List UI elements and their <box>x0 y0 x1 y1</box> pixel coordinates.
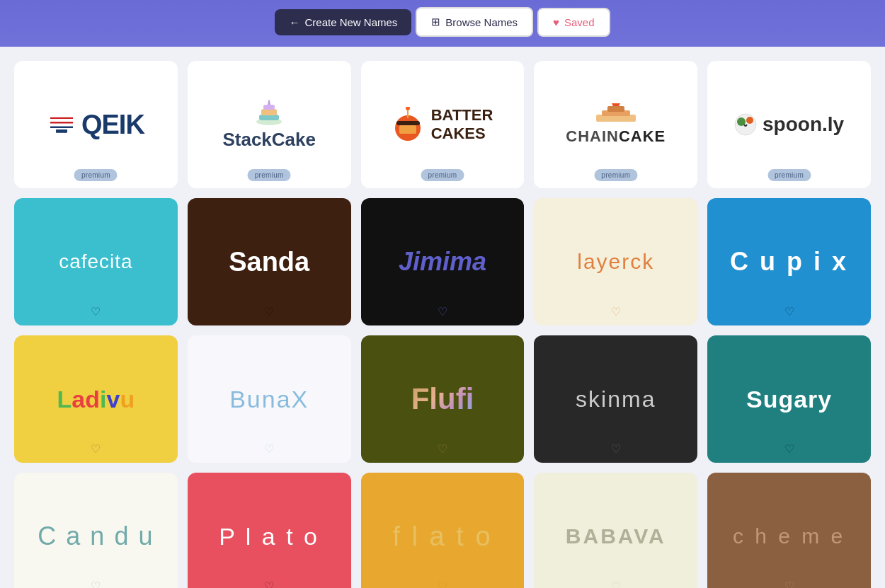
card-ladivu[interactable]: Ladivu ♡ <box>14 335 178 463</box>
jimima-text: Jimima <box>399 247 486 277</box>
header: ← Create New Names ⊞ Browse Names ♥ Save… <box>0 0 885 47</box>
ladivu-text: Ladivu <box>57 386 135 413</box>
svg-rect-10 <box>396 121 420 125</box>
svg-rect-7 <box>263 105 275 110</box>
heart-icon-cupix[interactable]: ♡ <box>784 305 794 318</box>
flufi-text: Flufi <box>411 382 474 416</box>
premium-badge-spoonly: premium <box>767 169 811 181</box>
browse-names-button[interactable]: ⊞ Browse Names <box>416 7 533 37</box>
cafecita-text: cafecita <box>59 250 133 273</box>
heart-icon-jimima[interactable]: ♡ <box>438 305 447 318</box>
card-spoonly[interactable]: spoon.ly premium <box>707 61 871 188</box>
card-layerck[interactable]: layerck ♡ <box>534 198 697 325</box>
heart-icon-ladivu[interactable]: ♡ <box>91 442 101 456</box>
card-qeik[interactable]: QEIK premium <box>14 61 178 188</box>
heart-icon-flufi[interactable]: ♡ <box>438 442 447 456</box>
card-candu[interactable]: C a n d u ♡ <box>14 473 178 588</box>
card-bunax[interactable]: BunaX ♡ <box>188 335 351 463</box>
svg-rect-15 <box>607 106 624 112</box>
card-sugary[interactable]: Sugary ♡ <box>707 335 871 463</box>
battercakes-text: BATTERCAKES <box>431 106 493 143</box>
cupix-text: C u p i x <box>730 247 848 277</box>
babava-text: BABAVA <box>566 524 666 548</box>
names-grid: QEIK premium StackCake premium <box>0 47 885 588</box>
battercakes-logo: BATTERCAKES <box>392 106 493 143</box>
heart-icon-cheme[interactable]: ♡ <box>784 580 794 588</box>
layerck-text: layerck <box>577 250 654 274</box>
card-babava[interactable]: BABAVA ♡ <box>534 473 697 588</box>
stackcake-logo: StackCake <box>222 99 316 151</box>
stackcake-text: StackCake <box>222 129 316 151</box>
card-cafecita[interactable]: cafecita ♡ <box>14 198 178 325</box>
svg-point-12 <box>406 107 410 110</box>
card-battercakes[interactable]: BATTERCAKES premium <box>361 61 525 188</box>
premium-badge-battercakes: premium <box>421 169 464 181</box>
qeik-logo: QEIK <box>47 110 144 140</box>
create-new-names-button[interactable]: ← Create New Names <box>275 9 411 35</box>
svg-point-18 <box>746 117 753 124</box>
heart-icon-plato[interactable]: ♡ <box>264 580 274 588</box>
plato-text: P l a t o <box>219 523 319 550</box>
heart-icon-skinma[interactable]: ♡ <box>611 442 621 456</box>
sugary-text: Sugary <box>746 386 832 413</box>
svg-rect-3 <box>56 129 67 132</box>
svg-point-16 <box>735 114 756 135</box>
card-cheme[interactable]: c h e m e ♡ <box>707 473 871 588</box>
spoonly-text: spoon.ly <box>763 113 844 136</box>
grid-icon: ⊞ <box>431 16 440 28</box>
premium-badge-chaincake: premium <box>594 169 637 181</box>
create-new-names-label: Create New Names <box>304 16 397 28</box>
qeik-text: QEIK <box>81 110 144 140</box>
card-stackcake[interactable]: StackCake premium <box>188 61 351 188</box>
heart-icon-sanda[interactable]: ♡ <box>264 305 274 318</box>
card-flato[interactable]: f l a t o ♡ <box>361 473 525 588</box>
premium-badge-qeik: premium <box>74 169 118 181</box>
heart-icon-bunax[interactable]: ♡ <box>264 442 274 456</box>
heart-icon-flato[interactable]: ♡ <box>438 580 447 588</box>
sanda-text: Sanda <box>229 247 309 277</box>
browse-names-label: Browse Names <box>445 16 518 28</box>
card-chaincake[interactable]: CHAINCAKE premium <box>534 61 697 188</box>
cheme-text: c h e m e <box>733 524 845 548</box>
saved-label: Saved <box>564 16 595 28</box>
heart-icon-layerck[interactable]: ♡ <box>611 305 621 318</box>
candu-text: C a n d u <box>38 521 154 551</box>
chaincake-logo: CHAINCAKE <box>566 103 666 146</box>
heart-icon-babava[interactable]: ♡ <box>611 580 621 588</box>
card-skinma[interactable]: skinma ♡ <box>534 335 697 463</box>
card-sanda[interactable]: Sanda ♡ <box>188 198 351 325</box>
spoonly-logo: spoon.ly <box>734 113 844 136</box>
svg-rect-9 <box>399 125 416 134</box>
card-cupix[interactable]: C u p i x ♡ <box>707 198 871 325</box>
premium-badge-stackcake: premium <box>248 169 291 181</box>
card-plato[interactable]: P l a t o ♡ <box>188 473 351 588</box>
card-flufi[interactable]: Flufi ♡ <box>361 335 525 463</box>
bunax-text: BunaX <box>229 386 309 413</box>
heart-icon-candu[interactable]: ♡ <box>91 580 101 588</box>
flato-text: f l a t o <box>392 521 492 552</box>
chaincake-text: CHAINCAKE <box>566 127 666 146</box>
heart-icon-sugary[interactable]: ♡ <box>784 442 794 456</box>
svg-rect-6 <box>261 109 277 115</box>
heart-filled-icon: ♥ <box>553 16 559 28</box>
card-jimima[interactable]: Jimima ♡ <box>361 198 525 325</box>
saved-button[interactable]: ♥ Saved <box>537 8 610 37</box>
svg-rect-5 <box>259 115 279 120</box>
skinma-text: skinma <box>576 386 656 413</box>
heart-icon-cafecita[interactable]: ♡ <box>91 305 101 318</box>
arrow-left-icon: ← <box>289 16 299 28</box>
